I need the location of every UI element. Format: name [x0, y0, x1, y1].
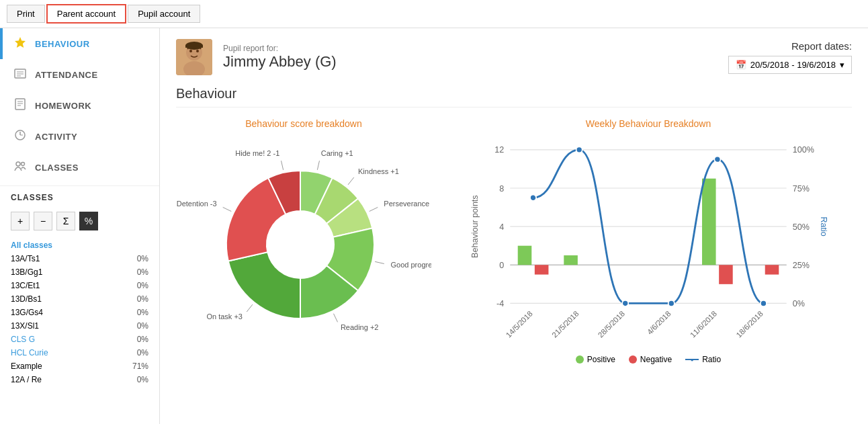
class-pct: 0% — [137, 321, 148, 331]
legend-ratio: Ratio — [685, 355, 721, 364]
legend-negative: Negative — [629, 355, 672, 364]
class-pct: 0% — [137, 294, 148, 304]
report-for-label: Pupil report for: — [223, 44, 337, 53]
activity-icon — [13, 129, 27, 144]
pie-chart-title: Behaviour score breakdown — [176, 118, 431, 129]
pie-section: Behaviour score breakdown Caring +1Kindn… — [176, 118, 431, 352]
svg-line-31 — [247, 304, 253, 312]
svg-rect-55 — [518, 246, 532, 265]
attendance-icon — [13, 67, 27, 82]
sidebar-item-attendance[interactable]: ATTENDANCE — [0, 59, 159, 90]
class-list-item[interactable]: 13X/Sl10% — [0, 319, 159, 333]
svg-text:Perseverance +1: Perseverance +1 — [384, 200, 431, 208]
class-pct: 0% — [137, 375, 148, 384]
svg-rect-5 — [15, 99, 25, 110]
sidebar-tools: + − Σ % — [0, 206, 159, 236]
sidebar-item-classes[interactable]: CLASSES — [0, 152, 159, 183]
attendance-label: ATTENDANCE — [35, 70, 98, 80]
sidebar-item-activity[interactable]: ACTIVITY — [0, 121, 159, 152]
homework-icon — [13, 98, 27, 113]
svg-text:18/6/2018: 18/6/2018 — [734, 309, 764, 339]
class-list-item[interactable]: Example71% — [0, 359, 159, 373]
class-list-item[interactable]: 13C/Et10% — [0, 279, 159, 292]
content-area: Pupil report for: Jimmy Abbey (G) Report… — [160, 28, 868, 424]
svg-line-33 — [223, 207, 232, 211]
svg-rect-65 — [765, 265, 779, 274]
print-button[interactable]: Print — [7, 5, 45, 23]
class-pct: 0% — [137, 267, 148, 277]
classes-icon — [13, 160, 27, 175]
svg-text:Kindness +1: Kindness +1 — [358, 167, 399, 175]
tool-percent-btn[interactable]: % — [79, 212, 98, 230]
svg-text:11/6/2018: 11/6/2018 — [689, 309, 718, 339]
class-name: 13G/Gs4 — [11, 308, 43, 317]
class-list-item[interactable]: 13A/Ts10% — [0, 252, 159, 265]
class-name: HCL Curie — [11, 348, 48, 357]
charts-row: Behaviour score breakdown Caring +1Kindn… — [176, 118, 852, 364]
parent-account-button[interactable]: Parent account — [46, 4, 126, 24]
class-list-item[interactable]: 13B/Gg10% — [0, 265, 159, 279]
legend-positive: Positive — [576, 355, 615, 364]
class-list-item[interactable]: All classes — [0, 239, 159, 252]
class-pct: 0% — [137, 335, 148, 344]
negative-label: Negative — [640, 355, 672, 364]
section-title: Behaviour — [176, 86, 852, 108]
svg-text:Caring +1: Caring +1 — [321, 149, 353, 157]
svg-text:75%: 75% — [793, 184, 810, 194]
svg-rect-56 — [535, 265, 549, 274]
classes-section-label: CLASSES — [0, 185, 159, 206]
svg-rect-58 — [564, 255, 578, 265]
sidebar: BEHAVIOURATTENDANCEHOMEWORKACTIVITYCLASS… — [0, 28, 160, 424]
class-list-item[interactable]: 12A / Re0% — [0, 373, 159, 386]
pupil-text: Pupil report for: Jimmy Abbey (G) — [223, 44, 337, 71]
tool-add-btn[interactable]: + — [11, 212, 30, 230]
calendar-icon: 📅 — [736, 60, 746, 70]
svg-point-72 — [761, 300, 767, 306]
ratio-line — [685, 359, 699, 360]
positive-dot — [576, 355, 584, 364]
svg-line-35 — [281, 161, 284, 170]
class-name: 13A/Ts1 — [11, 254, 40, 263]
svg-text:0%: 0% — [793, 299, 805, 308]
svg-text:Reading +2: Reading +2 — [341, 323, 379, 331]
svg-text:4/6/2018: 4/6/2018 — [646, 309, 672, 336]
report-dates: Report dates: 📅 20/5/2018 - 19/6/2018 ▾ — [728, 40, 852, 74]
sidebar-item-homework[interactable]: HOMEWORK — [0, 90, 159, 121]
sidebar-item-behaviour[interactable]: BEHAVIOUR — [0, 28, 159, 59]
svg-text:4: 4 — [499, 222, 504, 232]
svg-point-71 — [714, 157, 720, 163]
class-list-item[interactable]: 13D/Bs10% — [0, 292, 159, 306]
class-pct: 0% — [137, 348, 148, 357]
svg-text:Hide me! 2 -1: Hide me! 2 -1 — [235, 149, 279, 157]
svg-point-67 — [530, 195, 536, 201]
positive-label: Positive — [587, 355, 615, 364]
svg-rect-62 — [702, 179, 716, 265]
report-dates-label: Report dates: — [728, 40, 852, 52]
ratio-label: Ratio — [702, 355, 721, 364]
behaviour-icon — [13, 36, 27, 51]
svg-line-27 — [375, 261, 384, 263]
class-pct: 0% — [137, 281, 148, 290]
date-range-button[interactable]: 📅 20/5/2018 - 19/6/2018 ▾ — [728, 56, 852, 74]
svg-point-13 — [21, 163, 25, 166]
class-name: Example — [11, 362, 42, 371]
tool-sigma-btn[interactable]: Σ — [56, 212, 75, 230]
svg-text:25%: 25% — [793, 261, 810, 270]
class-pct: 0% — [137, 308, 148, 317]
bar-section: Weekly Behaviour Breakdown 12840-4100%75… — [445, 118, 852, 364]
class-list-item[interactable]: HCL Curie0% — [0, 346, 159, 359]
class-list-item[interactable]: CLS G0% — [0, 333, 159, 346]
svg-line-25 — [370, 207, 378, 211]
tool-minus-btn[interactable]: − — [34, 212, 52, 230]
svg-line-29 — [333, 314, 337, 323]
class-list-item[interactable]: 13G/Gs40% — [0, 306, 159, 319]
negative-dot — [629, 355, 637, 364]
svg-text:-4: -4 — [496, 299, 504, 308]
main-layout: BEHAVIOURATTENDANCEHOMEWORKACTIVITYCLASS… — [0, 28, 868, 424]
pie-chart-container: Caring +1Kindness +1Perseverance +1Good … — [176, 137, 431, 352]
pupil-info: Pupil report for: Jimmy Abbey (G) — [176, 39, 337, 75]
pupil-account-button[interactable]: Pupil account — [128, 5, 200, 23]
chart-legend: Positive Negative Ratio — [445, 355, 852, 364]
svg-point-17 — [189, 50, 192, 52]
svg-text:Good progress +2: Good progress +2 — [391, 261, 431, 269]
